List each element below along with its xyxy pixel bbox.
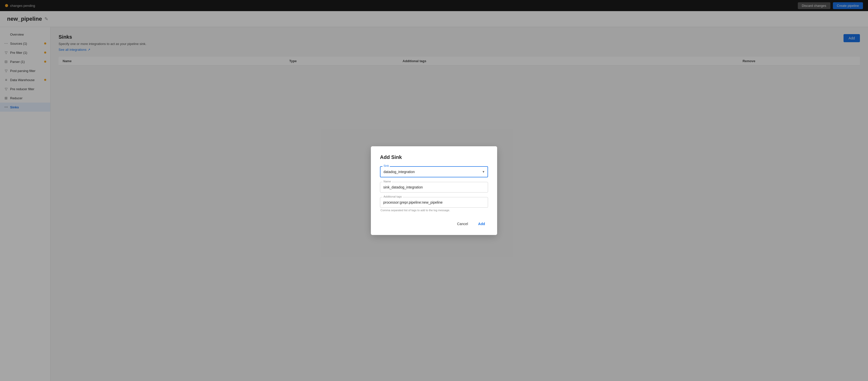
- name-field-group: Name: [380, 182, 488, 193]
- sink-field-label: Sink: [382, 164, 390, 167]
- name-input[interactable]: [380, 182, 488, 193]
- add-sink-modal: Add Sink Sink datadog_integration elasti…: [371, 146, 497, 235]
- modal-overlay: Add Sink Sink datadog_integration elasti…: [0, 0, 868, 381]
- additional-tags-label: Additional tags: [382, 195, 403, 198]
- additional-tags-field-group: Additional tags Comma separated list of …: [380, 197, 488, 212]
- modal-actions: Cancel Add: [380, 220, 488, 228]
- additional-tags-hint: Comma separated list of tags to add to t…: [380, 209, 488, 212]
- add-button[interactable]: Add: [475, 220, 488, 228]
- name-field-label: Name: [382, 180, 392, 183]
- sink-select[interactable]: datadog_integration elasticsearch s3 spl…: [380, 166, 488, 177]
- cancel-button[interactable]: Cancel: [454, 220, 471, 228]
- additional-tags-input[interactable]: [380, 197, 488, 208]
- sink-field-group: Sink datadog_integration elasticsearch s…: [380, 166, 488, 177]
- modal-title: Add Sink: [380, 154, 488, 160]
